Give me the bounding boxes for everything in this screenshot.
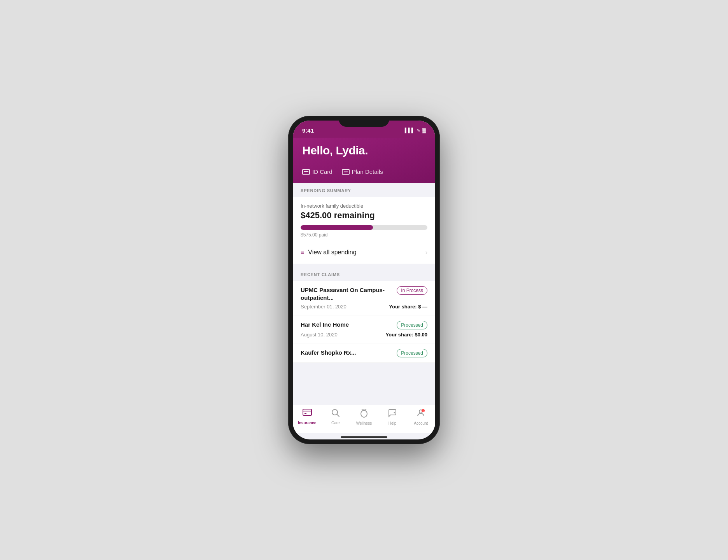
insurance-icon bbox=[303, 409, 312, 420]
nav-item-account[interactable]: 1 Account bbox=[409, 408, 432, 425]
progress-bar-fill bbox=[301, 225, 373, 230]
claim-badge-in-process: In Process bbox=[397, 286, 427, 295]
claim-name: UPMC Passavant On Campus-outpatient... bbox=[301, 286, 393, 301]
view-spending-left: ≡ View all spending bbox=[301, 249, 357, 256]
svg-point-5 bbox=[361, 410, 367, 417]
nav-label-wellness: Wellness bbox=[356, 421, 372, 425]
id-card-icon bbox=[302, 169, 310, 175]
claim-item[interactable]: Kaufer Shopko Rx... Processed bbox=[293, 343, 435, 363]
claim-top-row: Kaufer Shopko Rx... Processed bbox=[301, 349, 427, 357]
status-time: 9:41 bbox=[302, 127, 314, 134]
claim-name: Kaufer Shopko Rx... bbox=[301, 349, 393, 357]
claim-item[interactable]: UPMC Passavant On Campus-outpatient... I… bbox=[293, 281, 435, 315]
recent-claims-section: UPMC Passavant On Campus-outpatient... I… bbox=[293, 281, 435, 363]
svg-line-4 bbox=[337, 415, 339, 417]
phone-frame: 9:41 ▌▌▌ ∿ ▓ Hello, Lydia. ID Card bbox=[288, 116, 440, 444]
paid-label: $575.00 paid bbox=[301, 232, 427, 238]
spending-summary-header: SPENDING SUMMARY bbox=[293, 183, 435, 197]
claim-date: August 10, 2020 bbox=[301, 332, 338, 338]
progress-bar-container bbox=[301, 225, 427, 230]
care-icon bbox=[331, 409, 340, 420]
claim-bottom-row: August 10, 2020 Your share: $0.00 bbox=[301, 332, 427, 338]
account-icon: 1 bbox=[416, 408, 425, 420]
home-indicator bbox=[293, 433, 435, 439]
header-divider bbox=[302, 162, 426, 162]
nav-label-account: Account bbox=[414, 421, 428, 425]
nav-item-help[interactable]: Help bbox=[381, 408, 404, 425]
svg-rect-0 bbox=[303, 409, 312, 415]
tab-plan-details-label: Plan Details bbox=[352, 168, 383, 175]
claim-share: Your share: $0.00 bbox=[386, 332, 427, 338]
bottom-navigation: Insurance Care bbox=[293, 405, 435, 433]
claim-badge-processed: Processed bbox=[397, 349, 427, 357]
notch bbox=[339, 116, 389, 127]
claim-bottom-row: September 01, 2020 Your share: $ — bbox=[301, 304, 427, 310]
nav-item-care[interactable]: Care bbox=[324, 409, 347, 425]
claim-top-row: Har Kel Inc Home Processed bbox=[301, 321, 427, 329]
header: Hello, Lydia. ID Card Plan Details bbox=[293, 138, 435, 183]
claim-top-row: UPMC Passavant On Campus-outpatient... I… bbox=[301, 286, 427, 301]
battery-icon: ▓ bbox=[422, 128, 426, 133]
nav-item-insurance[interactable]: Insurance bbox=[296, 409, 319, 425]
deductible-label: In-network family deductible bbox=[301, 203, 427, 209]
greeting-text: Hello, Lydia. bbox=[302, 144, 426, 157]
tab-id-card[interactable]: ID Card bbox=[302, 168, 332, 175]
claim-name: Har Kel Inc Home bbox=[301, 321, 393, 329]
nav-item-wellness[interactable]: Wellness bbox=[352, 408, 376, 425]
nav-label-care: Care bbox=[331, 421, 340, 425]
wellness-icon bbox=[360, 408, 368, 420]
view-all-spending-button[interactable]: ≡ View all spending › bbox=[301, 244, 427, 256]
header-tabs: ID Card Plan Details bbox=[302, 168, 426, 175]
svg-text:1: 1 bbox=[423, 410, 424, 412]
phone-screen: 9:41 ▌▌▌ ∿ ▓ Hello, Lydia. ID Card bbox=[293, 121, 435, 439]
claim-date: September 01, 2020 bbox=[301, 304, 346, 310]
wifi-icon: ∿ bbox=[416, 128, 420, 133]
claim-item[interactable]: Har Kel Inc Home Processed August 10, 20… bbox=[293, 315, 435, 343]
signal-icon: ▌▌▌ bbox=[405, 128, 415, 133]
view-spending-icon: ≡ bbox=[301, 249, 304, 256]
spending-summary-section: In-network family deductible $425.00 rem… bbox=[293, 197, 435, 264]
tab-id-card-label: ID Card bbox=[312, 168, 332, 175]
help-icon bbox=[388, 408, 397, 420]
deductible-amount: $425.00 remaining bbox=[301, 210, 427, 220]
claim-share: Your share: $ — bbox=[389, 304, 427, 310]
plan-details-icon bbox=[342, 169, 350, 175]
recent-claims-header: RECENT CLAIMS bbox=[293, 267, 435, 281]
nav-label-help: Help bbox=[388, 421, 397, 425]
chevron-right-icon: › bbox=[425, 249, 427, 256]
view-spending-text: View all spending bbox=[308, 249, 356, 256]
home-bar bbox=[341, 436, 387, 438]
claim-badge-processed: Processed bbox=[397, 321, 427, 329]
nav-label-insurance: Insurance bbox=[298, 421, 316, 425]
status-icons: ▌▌▌ ∿ ▓ bbox=[405, 128, 426, 133]
tab-plan-details[interactable]: Plan Details bbox=[342, 168, 383, 175]
main-content: SPENDING SUMMARY In-network family deduc… bbox=[293, 183, 435, 405]
spending-body: In-network family deductible $425.00 rem… bbox=[293, 197, 435, 264]
svg-point-6 bbox=[394, 412, 395, 413]
